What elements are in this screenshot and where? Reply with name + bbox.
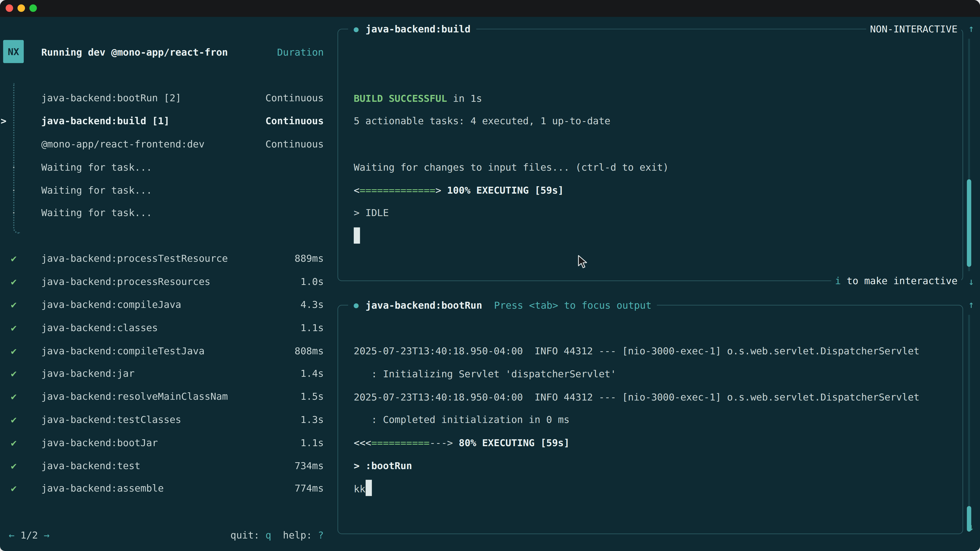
help-hint-label: help: bbox=[271, 530, 318, 541]
page-indicator: 1/2 bbox=[14, 530, 44, 541]
task-name: java-backend:jar bbox=[41, 368, 135, 380]
next-page-arrow[interactable]: → bbox=[44, 530, 49, 541]
task-row[interactable]: ✔ java-backend:processResources 1.0s bbox=[0, 270, 331, 293]
interactive-hint: i to make interactive bbox=[831, 274, 961, 288]
help-key[interactable]: ? bbox=[318, 530, 324, 541]
task-row[interactable]: ✔ java-backend:resolveMainClassNam 1.5s bbox=[0, 385, 331, 408]
task-row[interactable]: ✔ java-backend:jar 1.4s bbox=[0, 362, 331, 385]
task-row[interactable]: ✔ java-backend:testClasses 1.3s bbox=[0, 408, 331, 431]
build-output-pane[interactable]: ● java-backend:build NON-INTERACTIVE i t… bbox=[337, 29, 963, 281]
task-duration: 1.0s bbox=[301, 276, 324, 287]
scroll-up-icon[interactable]: ↑ bbox=[966, 22, 977, 36]
sidebar-footer: ← 1/2 → quit: q help: ? bbox=[0, 526, 331, 545]
bootrun-pane-title-text: java-backend:bootRun bbox=[366, 300, 482, 311]
task-name: java-backend:test bbox=[41, 460, 141, 472]
task-success-icon: ✔ bbox=[9, 276, 19, 287]
task-name: java-backend:resolveMainClassNam bbox=[41, 391, 228, 402]
task-name: java-backend:processTestResource bbox=[41, 253, 228, 265]
task-name: java-backend:compileJava bbox=[41, 299, 181, 310]
gradle-progress-bar: <=============> 100% EXECUTING [59s] bbox=[354, 179, 956, 202]
zoom-window-button[interactable] bbox=[29, 4, 37, 12]
scroll-up-icon[interactable]: ↑ bbox=[966, 298, 977, 312]
build-successful-text: BUILD SUCCESSFUL bbox=[354, 93, 447, 104]
interactive-key[interactable]: i bbox=[835, 275, 841, 286]
quit-key[interactable]: q bbox=[266, 530, 271, 541]
task-duration: 734ms bbox=[294, 460, 324, 472]
task-row[interactable]: · Waiting for task... bbox=[0, 202, 331, 225]
log-line: : Initializing Servlet 'dispatcherServle… bbox=[354, 363, 956, 386]
task-name: java-backend:assemble bbox=[41, 483, 164, 494]
task-duration: 808ms bbox=[294, 345, 324, 356]
terminal-line: Waiting for changes to input files... (c… bbox=[354, 156, 956, 179]
task-success-icon: ✔ bbox=[9, 460, 19, 472]
scroll-down-icon[interactable]: ↓ bbox=[966, 275, 977, 289]
task-name: @mono-app/react-frontend:dev bbox=[41, 139, 205, 150]
terminal-window: NX Running dev @mono-app/react-fron Dura… bbox=[0, 0, 980, 551]
task-name: java-backend:compileTestJava bbox=[41, 345, 205, 356]
task-duration: 1.1s bbox=[301, 322, 324, 333]
task-success-icon: ✔ bbox=[9, 483, 19, 494]
terminal-line bbox=[354, 225, 956, 248]
task-row[interactable]: java-backend:bootRun [2] Continuous bbox=[0, 87, 331, 110]
key-hints: quit: q help: ? bbox=[231, 530, 324, 541]
build-terminal-output: BUILD SUCCESSFUL in 1s 5 actionable task… bbox=[354, 87, 956, 248]
task-row[interactable]: ✔ java-backend:test 734ms bbox=[0, 454, 331, 477]
task-name: java-backend:build [1] bbox=[41, 116, 170, 127]
bootrun-terminal-output: 2025-07-23T13:40:18.950-04:00 INFO 44312… bbox=[354, 340, 956, 501]
terminal-cursor bbox=[366, 480, 372, 496]
quit-hint-label: quit: bbox=[231, 530, 266, 541]
task-status: Continuous bbox=[266, 139, 324, 150]
task-name: java-backend:bootJar bbox=[41, 437, 158, 448]
minimize-window-button[interactable] bbox=[18, 4, 25, 12]
terminal-cursor bbox=[354, 227, 360, 244]
log-line: 2025-07-23T13:40:18.950-04:00 INFO 44312… bbox=[354, 386, 956, 409]
scrollbar-thumb[interactable] bbox=[967, 506, 971, 532]
task-row[interactable]: ✔ java-backend:compileJava 4.3s bbox=[0, 293, 331, 316]
task-row[interactable]: · Waiting for task... bbox=[0, 179, 331, 202]
pagination: ← 1/2 → bbox=[9, 530, 49, 541]
task-row[interactable]: @mono-app/react-frontend:dev Continuous bbox=[0, 133, 331, 156]
build-pane-title-text: java-backend:build bbox=[366, 24, 470, 35]
task-duration: 1.3s bbox=[301, 414, 324, 426]
nx-tui-screen: NX Running dev @mono-app/react-fron Dura… bbox=[0, 0, 980, 551]
task-duration: 4.3s bbox=[301, 299, 324, 310]
scrollbar-track bbox=[968, 315, 970, 517]
run-command-title: Running dev @mono-app/react-fron bbox=[41, 47, 228, 58]
close-window-button[interactable] bbox=[6, 4, 13, 12]
task-name: java-backend:classes bbox=[41, 322, 158, 333]
progress-status-text: 100% EXECUTING [59s] bbox=[441, 185, 564, 196]
nx-logo: NX bbox=[3, 40, 24, 63]
terminal-line: BUILD SUCCESSFUL in 1s bbox=[354, 87, 956, 110]
task-row[interactable]: ✔ java-backend:processTestResource 889ms bbox=[0, 248, 331, 270]
task-row[interactable]: ✔ java-backend:bootJar 1.1s bbox=[0, 431, 331, 454]
scrollbar-thumb[interactable] bbox=[967, 179, 971, 267]
task-duration: 1.4s bbox=[301, 368, 324, 380]
terminal-line: > :bootRun bbox=[354, 455, 956, 478]
task-row[interactable]: ✔ java-backend:classes 1.1s bbox=[0, 316, 331, 339]
task-row[interactable]: ✔ java-backend:compileTestJava 808ms bbox=[0, 339, 331, 362]
terminal-line: > IDLE bbox=[354, 202, 956, 225]
task-pending-icon: · bbox=[9, 185, 19, 196]
task-duration: 889ms bbox=[294, 253, 324, 265]
window-titlebar bbox=[0, 0, 980, 17]
progress-bar-fill: ========== bbox=[371, 437, 430, 449]
typed-input: kk bbox=[354, 483, 366, 495]
task-success-icon: ✔ bbox=[9, 322, 19, 333]
task-row-selected[interactable]: > java-backend:build [1] Continuous bbox=[0, 110, 331, 133]
prev-page-arrow[interactable]: ← bbox=[9, 530, 14, 541]
log-line: 2025-07-23T13:40:18.950-04:00 INFO 44312… bbox=[354, 340, 956, 363]
task-running-dot-icon: ● bbox=[354, 300, 359, 310]
task-duration: 774ms bbox=[294, 483, 324, 494]
bootrun-output-pane[interactable]: ● java-backend:bootRun Press <tab> to fo… bbox=[337, 305, 963, 534]
task-name: Waiting for task... bbox=[41, 208, 152, 219]
task-pending-icon: · bbox=[9, 208, 19, 219]
task-row[interactable]: · Waiting for task... bbox=[0, 156, 331, 179]
bootrun-pane-title: ● java-backend:bootRun Press <tab> to fo… bbox=[348, 298, 657, 312]
task-duration: 1.1s bbox=[301, 437, 324, 448]
progress-bar-fill: ============= bbox=[360, 185, 435, 196]
terminal-input-line[interactable]: kk bbox=[354, 478, 956, 501]
selected-task-arrow-icon: > bbox=[0, 116, 9, 127]
interactive-hint-text: to make interactive bbox=[841, 275, 958, 286]
task-name: java-backend:testClasses bbox=[41, 414, 181, 426]
task-row[interactable]: ✔ java-backend:assemble 774ms bbox=[0, 477, 331, 500]
